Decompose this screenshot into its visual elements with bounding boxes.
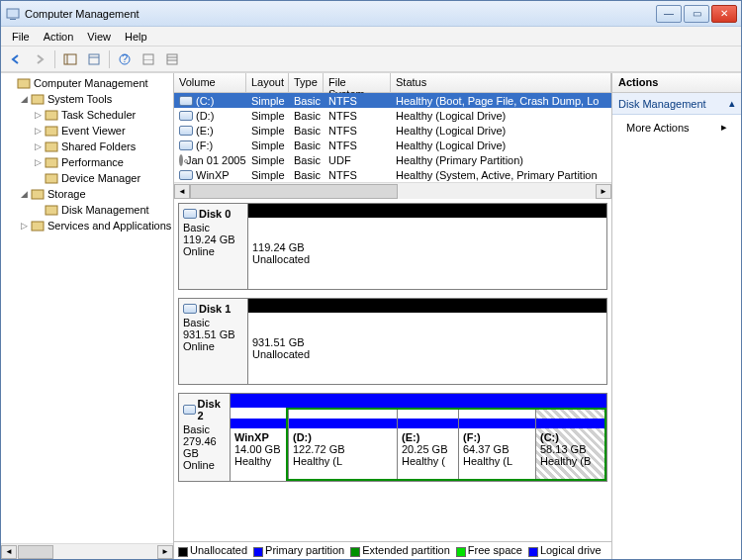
tree-label: Event Viewer bbox=[61, 125, 126, 137]
legend-item: Extended partition bbox=[350, 544, 450, 556]
devmgr-icon bbox=[44, 170, 59, 186]
vol-name: (F:) bbox=[196, 140, 213, 151]
volume-row[interactable]: (C:)SimpleBasicNTFSHealthy (Boot, Page F… bbox=[174, 93, 611, 108]
back-button[interactable] bbox=[5, 48, 27, 70]
tree-label: Task Scheduler bbox=[61, 109, 136, 121]
tree-hscroll[interactable]: ◄► bbox=[1, 543, 173, 559]
tree-item[interactable]: ▷Task Scheduler bbox=[3, 107, 173, 123]
maximize-button[interactable]: ▭ bbox=[684, 5, 709, 23]
diskmgmt-icon bbox=[44, 202, 59, 218]
drive-icon bbox=[179, 111, 193, 121]
svg-rect-20 bbox=[32, 190, 44, 199]
tree-item[interactable]: ▷Shared Folders bbox=[3, 139, 173, 154]
volume-row[interactable]: (D:)SimpleBasicNTFSHealthy (Logical Driv… bbox=[174, 108, 611, 123]
svg-rect-16 bbox=[46, 127, 57, 136]
expand-icon[interactable]: ▷ bbox=[33, 157, 44, 167]
snapin-icon bbox=[16, 75, 32, 91]
volume-row[interactable]: Jan 01 2005 (G:)SimpleBasicUDFHealthy (P… bbox=[174, 152, 611, 167]
disk-info: Disk 2Basic279.46 GBOnline bbox=[179, 394, 231, 481]
event-icon bbox=[44, 123, 59, 139]
tree-label: Shared Folders bbox=[61, 140, 136, 152]
partition[interactable]: 931.51 GBUnallocated bbox=[248, 313, 606, 384]
drive-icon bbox=[179, 96, 193, 106]
logical-drive[interactable]: (E:)20.25 GBHealthy ( bbox=[397, 410, 458, 479]
expand-icon[interactable]: ▷ bbox=[33, 141, 44, 151]
actions-more[interactable]: More Actions ▸ bbox=[612, 115, 741, 140]
actions-section[interactable]: Disk Management ▴ bbox=[612, 93, 741, 115]
nav-tree: Computer Management◢System Tools▷Task Sc… bbox=[1, 73, 174, 559]
legend: UnallocatedPrimary partitionExtended par… bbox=[174, 541, 611, 559]
toolbar-button-2[interactable] bbox=[83, 48, 105, 70]
actions-header: Actions bbox=[612, 73, 741, 93]
partition[interactable]: 119.24 GBUnallocated bbox=[248, 218, 606, 289]
logical-drive[interactable]: (D:)122.72 GBHealthy (L bbox=[288, 410, 397, 479]
sched-icon bbox=[44, 107, 59, 123]
close-button[interactable]: ✕ bbox=[711, 5, 737, 23]
disk-icon bbox=[183, 304, 197, 314]
help-button[interactable]: ? bbox=[114, 48, 136, 70]
forward-button[interactable] bbox=[29, 48, 50, 70]
svg-rect-4 bbox=[89, 54, 99, 64]
partition[interactable]: WinXP14.00 GBHealthy bbox=[231, 408, 286, 481]
disk-box[interactable]: Disk 2Basic279.46 GBOnlineWinXP14.00 GBH… bbox=[178, 393, 607, 482]
col-type[interactable]: Type bbox=[289, 73, 324, 92]
expand-icon[interactable]: ◢ bbox=[19, 94, 30, 104]
disk-graphical-view: Disk 0Basic119.24 GBOnline119.24 GBUnall… bbox=[174, 199, 611, 541]
volume-row[interactable]: (E:)SimpleBasicNTFSHealthy (Logical Driv… bbox=[174, 123, 611, 138]
collapse-icon: ▴ bbox=[729, 97, 735, 110]
tree-item[interactable]: ◢Storage bbox=[3, 186, 173, 202]
expand-icon[interactable]: ▷ bbox=[33, 110, 44, 120]
menu-action[interactable]: Action bbox=[37, 29, 81, 45]
menu-help[interactable]: Help bbox=[118, 29, 154, 45]
titlebar[interactable]: Computer Management ― ▭ ✕ bbox=[1, 1, 741, 27]
cd-icon bbox=[179, 154, 183, 166]
svg-rect-18 bbox=[46, 158, 57, 167]
logical-drive[interactable]: (C:)58.13 GBHealthy (B bbox=[535, 410, 604, 479]
tree-item[interactable]: Device Manager bbox=[3, 170, 173, 186]
svg-rect-9 bbox=[143, 59, 153, 60]
disk-box[interactable]: Disk 0Basic119.24 GBOnline119.24 GBUnall… bbox=[178, 203, 607, 290]
toolbar-button-1[interactable] bbox=[59, 48, 81, 70]
tree-label: Performance bbox=[61, 156, 124, 168]
tree-item[interactable]: ◢System Tools bbox=[3, 91, 173, 107]
tree-label: Disk Management bbox=[61, 204, 149, 216]
expand-icon[interactable]: ◢ bbox=[19, 189, 30, 199]
tree-label: Storage bbox=[47, 188, 86, 200]
tree-item[interactable]: ▷Performance bbox=[3, 154, 173, 170]
volume-row[interactable]: WinXPSimpleBasicNTFSHealthy (System, Act… bbox=[174, 167, 611, 182]
svg-text:?: ? bbox=[122, 53, 128, 64]
disk-info: Disk 0Basic119.24 GBOnline bbox=[179, 204, 248, 289]
col-layout[interactable]: Layout bbox=[246, 73, 289, 92]
svg-rect-2 bbox=[64, 54, 76, 64]
perf-icon bbox=[44, 154, 59, 170]
tree-item[interactable]: Computer Management bbox=[3, 75, 173, 91]
toolbar-button-3[interactable] bbox=[138, 48, 159, 70]
tree-item[interactable]: ▷Event Viewer bbox=[3, 123, 173, 139]
expand-icon[interactable]: ▷ bbox=[19, 221, 30, 231]
svg-rect-17 bbox=[46, 142, 57, 151]
col-status[interactable]: Status bbox=[391, 73, 611, 92]
services-icon bbox=[30, 218, 46, 233]
logical-drive[interactable]: (F:)64.37 GBHealthy (L bbox=[458, 410, 535, 479]
tree-item[interactable]: Disk Management bbox=[3, 202, 173, 218]
disk-box[interactable]: Disk 1Basic931.51 GBOnline931.51 GBUnall… bbox=[178, 298, 607, 385]
svg-rect-13 bbox=[18, 79, 30, 88]
menu-file[interactable]: File bbox=[5, 29, 37, 45]
menu-view[interactable]: View bbox=[80, 29, 118, 45]
expand-icon[interactable]: ▷ bbox=[33, 126, 44, 136]
legend-item: Logical drive bbox=[528, 544, 602, 556]
disk-icon bbox=[183, 405, 196, 415]
toolbar-button-4[interactable] bbox=[161, 48, 183, 70]
extended-partition[interactable]: (D:)122.72 GBHealthy (L(E:)20.25 GBHealt… bbox=[286, 408, 606, 481]
svg-rect-0 bbox=[7, 9, 19, 18]
volume-row[interactable]: (F:)SimpleBasicNTFSHealthy (Logical Driv… bbox=[174, 138, 611, 152]
col-volume[interactable]: Volume bbox=[174, 73, 246, 92]
tree-item[interactable]: ▷Services and Applications bbox=[3, 218, 173, 233]
window-title: Computer Management bbox=[25, 8, 656, 20]
col-filesystem[interactable]: File System bbox=[324, 73, 391, 92]
minimize-button[interactable]: ― bbox=[656, 5, 682, 23]
main-pane: Volume Layout Type File System Status (C… bbox=[174, 73, 612, 559]
volume-hscroll[interactable]: ◄► bbox=[174, 182, 611, 199]
svg-rect-1 bbox=[10, 19, 16, 20]
tree-label: Device Manager bbox=[61, 172, 140, 184]
